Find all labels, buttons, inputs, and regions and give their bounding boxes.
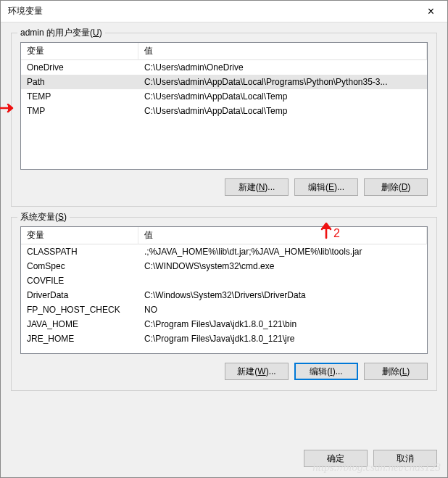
cell-value: NO bbox=[138, 303, 427, 316]
col-name[interactable]: 变量 bbox=[21, 226, 138, 244]
table-row[interactable]: DriverDataC:\Windows\System32\Drivers\Dr… bbox=[21, 288, 427, 302]
cell-name: TEMP bbox=[21, 90, 138, 103]
user-new-button[interactable]: 新建(N)... bbox=[225, 178, 289, 196]
cell-name: DriverData bbox=[21, 289, 138, 302]
dialog-body: admin 的用户变量(U) 变量 值 OneDriveC:\Users\adm… bbox=[1, 22, 447, 445]
close-button[interactable]: × bbox=[415, 1, 447, 22]
cell-name: Path bbox=[21, 75, 138, 88]
cell-name: TMP bbox=[21, 104, 138, 118]
cell-value: C:\Windows\System32\Drivers\DriverData bbox=[138, 289, 427, 302]
system-delete-button[interactable]: 删除(L) bbox=[364, 363, 428, 380]
user-vars-list[interactable]: 变量 值 OneDriveC:\Users\admin\OneDrivePath… bbox=[20, 42, 428, 170]
env-vars-dialog: 环境变量 × admin 的用户变量(U) 变量 值 OneDriveC:\Us… bbox=[0, 0, 448, 478]
cell-name: CLASSPATH bbox=[21, 245, 138, 258]
table-row[interactable]: FP_NO_HOST_CHECKNO bbox=[21, 302, 427, 317]
system-vars-group: 系统变量(S) 变量 值 CLASSPATH.;%JAVA_HOME%\lib\… bbox=[11, 217, 437, 391]
dialog-footer: 确定 取消 bbox=[1, 445, 447, 477]
cell-name: OneDrive bbox=[21, 61, 138, 74]
cell-value bbox=[138, 279, 427, 282]
cell-value: C:\Program Files\Java\jdk1.8.0_121\bin bbox=[138, 318, 427, 331]
list-header[interactable]: 变量 值 bbox=[21, 227, 427, 244]
cell-value: C:\Program Files\Java\jdk1.8.0_121\jre bbox=[138, 332, 427, 345]
system-button-row: 新建(W)... 编辑(I)... 删除(L) bbox=[20, 363, 428, 380]
system-vars-label: 系统变量(S) bbox=[17, 211, 70, 223]
col-value[interactable]: 值 bbox=[138, 42, 427, 60]
titlebar[interactable]: 环境变量 × bbox=[1, 1, 447, 22]
cell-name: FP_NO_HOST_CHECK bbox=[21, 303, 138, 316]
user-button-row: 新建(N)... 编辑(E)... 删除(D) bbox=[20, 178, 428, 196]
table-row[interactable]: OneDriveC:\Users\admin\OneDrive bbox=[21, 60, 427, 75]
cell-value: .;%JAVA_HOME%\lib\dt.jar;%JAVA_HOME%\lib… bbox=[138, 245, 427, 258]
table-row[interactable]: JRE_HOMEC:\Program Files\Java\jdk1.8.0_1… bbox=[21, 331, 427, 346]
cell-value: C:\Users\admin\AppData\Local\Programs\Py… bbox=[138, 75, 427, 88]
col-value[interactable]: 值 bbox=[138, 226, 427, 244]
dialog-title: 环境变量 bbox=[8, 5, 415, 17]
cell-name: JAVA_HOME bbox=[21, 318, 138, 331]
user-delete-button[interactable]: 删除(D) bbox=[364, 178, 428, 196]
user-vars-group: admin 的用户变量(U) 变量 值 OneDriveC:\Users\adm… bbox=[11, 33, 437, 207]
system-new-button[interactable]: 新建(W)... bbox=[225, 363, 289, 380]
table-row[interactable]: ComSpecC:\WINDOWS\system32\cmd.exe bbox=[21, 259, 427, 273]
cell-name: ComSpec bbox=[21, 260, 138, 273]
user-vars-label: admin 的用户变量(U) bbox=[17, 27, 105, 39]
table-row[interactable]: PathC:\Users\admin\AppData\Local\Program… bbox=[21, 75, 427, 89]
cell-value: C:\Users\admin\AppData\Local\Temp bbox=[138, 104, 427, 118]
user-edit-button[interactable]: 编辑(E)... bbox=[294, 178, 358, 196]
table-row[interactable]: CLASSPATH.;%JAVA_HOME%\lib\dt.jar;%JAVA_… bbox=[21, 244, 427, 259]
cell-value: C:\Users\admin\OneDrive bbox=[138, 61, 427, 74]
cell-name: JRE_HOME bbox=[21, 332, 138, 345]
list-header[interactable]: 变量 值 bbox=[21, 43, 427, 60]
col-name[interactable]: 变量 bbox=[21, 42, 138, 60]
cell-value: C:\Users\admin\AppData\Local\Temp bbox=[138, 90, 427, 103]
cancel-button[interactable]: 取消 bbox=[373, 450, 437, 467]
cell-name: COVFILE bbox=[21, 274, 138, 287]
table-row[interactable]: TEMPC:\Users\admin\AppData\Local\Temp bbox=[21, 89, 427, 104]
table-row[interactable]: JAVA_HOMEC:\Program Files\Java\jdk1.8.0_… bbox=[21, 317, 427, 331]
system-edit-button[interactable]: 编辑(I)... bbox=[294, 363, 358, 380]
cell-value: C:\WINDOWS\system32\cmd.exe bbox=[138, 260, 427, 273]
table-row[interactable]: COVFILE bbox=[21, 273, 427, 288]
ok-button[interactable]: 确定 bbox=[304, 450, 368, 467]
system-vars-list[interactable]: 变量 值 CLASSPATH.;%JAVA_HOME%\lib\dt.jar;%… bbox=[20, 226, 428, 354]
table-row[interactable]: TMPC:\Users\admin\AppData\Local\Temp bbox=[21, 104, 427, 118]
